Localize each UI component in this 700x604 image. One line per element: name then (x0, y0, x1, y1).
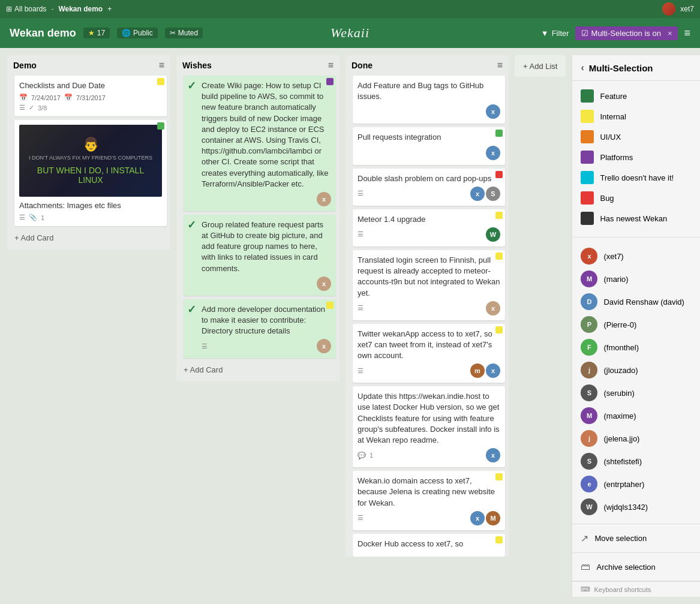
card-d6[interactable]: Twitter wekanApp access to to xet7, so x… (353, 324, 505, 383)
card-c2-color (157, 122, 164, 130)
label-bug[interactable]: Bug (572, 188, 700, 208)
card-w3[interactable]: ✓ Add more developer documentation to ma… (184, 299, 336, 359)
filter-button[interactable]: ▼ Filter (541, 29, 569, 38)
card-c1-title: Checklists and Due Date (19, 80, 162, 91)
star-icon: ★ (88, 29, 95, 37)
keyboard-shortcuts[interactable]: ⌨ Keyboard shortcuts (572, 581, 700, 597)
member-mario[interactable]: M (mario) (572, 268, 700, 290)
attachment-count: 1 (41, 214, 44, 221)
label-internal[interactable]: Internal ··· (572, 106, 700, 127)
archive-selection-button[interactable]: 🗃 Archive selection (572, 553, 700, 581)
card-d8[interactable]: Wekan.io domain access to xet7, because … (353, 471, 505, 530)
list-done-title: Done (351, 61, 372, 70)
list-demo-title: Demo (13, 61, 37, 70)
card-c1[interactable]: Checklists and Due Date 📅 7/24/2017 📅 7/… (14, 76, 167, 116)
member-serubin[interactable]: S (serubin) (572, 381, 700, 404)
member-maxime[interactable]: M (maxime) (572, 404, 700, 427)
card-d7-title: Update this https://wekan.indie.host to … (357, 391, 500, 446)
label-newest-color (581, 212, 594, 225)
boards-link[interactable]: ⊞ All boards (6, 5, 46, 13)
member-serubin-avatar: S (581, 384, 597, 401)
card-w3-avatar: x (317, 339, 331, 353)
member-jelena[interactable]: j (jelena.jjo) (572, 427, 700, 450)
member-jlouzado[interactable]: j (jlouzado) (572, 359, 700, 381)
label-uiux[interactable]: UI/UX (572, 127, 700, 147)
card-wrapper-d2: Pull requests integration x (349, 127, 505, 164)
comment-count-d7: 1 (369, 452, 373, 459)
multi-select-close[interactable]: × (668, 29, 672, 38)
label-uiux-name: UI/UX (600, 133, 700, 142)
member-jelena-avatar: j (581, 430, 597, 447)
filter-label: Filter (552, 29, 569, 38)
card-w1[interactable]: ✓ Create Wiki page: How to setup CI buil… (184, 76, 336, 211)
member-shtefi[interactable]: S (shtefistefi) (572, 450, 700, 473)
card-d4[interactable]: Meteor 1.4 upgrade ☰ W (353, 209, 505, 247)
panel-back-btn[interactable]: ‹ (581, 62, 584, 73)
list-done-header: Done ≡ (346, 55, 509, 76)
visibility-label: Public (133, 29, 153, 37)
member-jlouzado-name: (jlouzado) (603, 366, 700, 375)
card-c2[interactable]: 👨 I DON'T ALWAYS FIX MY FRIEND'S COMPUTE… (14, 120, 167, 226)
board-name-nav[interactable]: Wekan demo (58, 5, 103, 13)
label-trello[interactable]: Trello doesn't have it! (572, 167, 700, 188)
member-pierre[interactable]: P (Pierre-0) (572, 313, 700, 336)
member-fmonthel[interactable]: F (fmonthel) (572, 336, 700, 359)
card-wrapper-c2: 👨 I DON'T ALWAYS FIX MY FRIEND'S COMPUTE… (11, 120, 167, 226)
label-platforms[interactable]: Platforms ··· (572, 147, 700, 167)
card-d3-avatar2: S (486, 187, 500, 201)
card-d3-avatar1: x (470, 187, 485, 201)
card-d8-title: Wekan.io domain access to xet7, because … (357, 476, 500, 509)
user-avatar[interactable] (662, 2, 675, 16)
member-list: x (xet7) ✓ M (mario) D David Renshaw (da… (572, 241, 700, 522)
muted-badge[interactable]: ✂ Muted (165, 28, 203, 38)
member-wjdqls[interactable]: W (wjdqls1342) (572, 495, 700, 518)
add-list-button[interactable]: + Add List (515, 55, 566, 77)
multi-select-button[interactable]: ☑ Multi-Selection is on × (575, 26, 678, 40)
card-d9[interactable]: Docker Hub access to xet7, so (353, 534, 505, 557)
card-d7[interactable]: Update this https://wekan.indie.host to … (353, 386, 505, 467)
visibility-badge[interactable]: 🌐 Public (117, 28, 158, 38)
member-xet7[interactable]: x (xet7) ✓ (572, 245, 700, 268)
board-menu-button[interactable]: ≡ (684, 27, 690, 40)
card-d5[interactable]: Translated login screen to Finnish, pull… (353, 250, 505, 320)
card-d1[interactable]: Add Feature and Bug tags to GitHub issue… (353, 76, 505, 124)
label-uiux-color (581, 130, 594, 143)
check-icon-w3: ✓ (187, 303, 196, 316)
member-david[interactable]: D David Renshaw (david) (572, 290, 700, 313)
card-d2[interactable]: Pull requests integration x (353, 127, 505, 164)
member-serubin-name: (serubin) (603, 389, 700, 398)
label-feature-color (581, 89, 594, 103)
wekan-logo: Wekaii (331, 25, 369, 41)
member-maxime-avatar: M (581, 407, 597, 424)
card-wrapper-d4: Meteor 1.4 upgrade ☰ W (349, 209, 505, 247)
label-newest[interactable]: Has newest Wekan (572, 208, 700, 229)
add-board-btn[interactable]: + (107, 5, 112, 13)
list-icon-d8: ☰ (357, 514, 363, 522)
label-trello-name: Trello doesn't have it! (600, 173, 700, 182)
card-d4-color (495, 212, 503, 219)
card-d8-avatar1: x (470, 511, 485, 525)
stars-badge[interactable]: ★ 17 (83, 28, 110, 38)
member-entrp[interactable]: e (entrptaher) (572, 473, 700, 495)
card-w2[interactable]: ✓ Group related feature request parts at… (184, 215, 336, 296)
label-platforms-color (581, 151, 594, 164)
card-d4-meta: ☰ W (357, 227, 500, 242)
card-wrapper-w2: ✓ Group related feature request parts at… (180, 215, 336, 296)
list-done-menu[interactable]: ≡ (497, 60, 503, 71)
add-card-wishes[interactable]: + Add Card (181, 363, 225, 377)
right-panel: ‹ Multi-Selection Feature Internal ··· U… (572, 55, 700, 597)
list-wishes-menu[interactable]: ≡ (328, 60, 334, 71)
list-wishes-header: Wishes ≡ (176, 55, 340, 76)
list-demo-menu[interactable]: ≡ (159, 60, 164, 71)
card-d1-title: Add Feature and Bug tags to GitHub issue… (357, 80, 500, 102)
boards-label[interactable]: All boards (14, 5, 46, 13)
card-wrapper-c1: Checklists and Due Date 📅 7/24/2017 📅 7/… (11, 76, 167, 116)
attachment-icon: 📎 (29, 214, 37, 221)
card-d8-color (495, 473, 503, 480)
card-d5-avatar: x (486, 301, 500, 315)
card-d3[interactable]: Double slash problem on card pop-ups ☰ x… (353, 169, 505, 206)
label-feature[interactable]: Feature (572, 86, 700, 106)
list-wishes: Wishes ≡ ✓ Create Wiki page: How to setu… (176, 55, 340, 381)
move-selection-button[interactable]: ↗ Move selection (572, 524, 700, 553)
add-card-demo[interactable]: + Add Card (12, 231, 56, 245)
